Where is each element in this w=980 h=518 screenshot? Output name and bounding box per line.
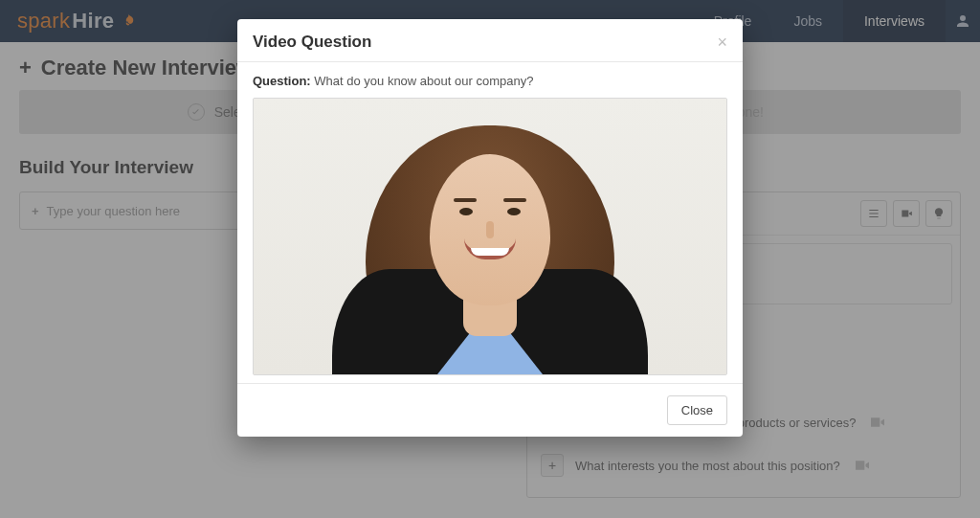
video-still: [254, 99, 726, 374]
modal-overlay[interactable]: Video Question × Question: What do you k…: [0, 0, 980, 518]
modal-question-label: Question:: [253, 74, 311, 88]
close-button[interactable]: Close: [667, 395, 727, 425]
modal-question-line: Question: What do you know about our com…: [253, 74, 727, 88]
modal-header: Video Question ×: [237, 19, 743, 61]
video-player[interactable]: [253, 98, 727, 375]
video-question-modal: Video Question × Question: What do you k…: [237, 19, 743, 437]
modal-body: Question: What do you know about our com…: [237, 62, 743, 383]
modal-footer: Close: [237, 383, 743, 437]
modal-title: Video Question: [253, 33, 371, 52]
modal-question-text: What do you know about our company?: [314, 74, 533, 88]
modal-close-x[interactable]: ×: [717, 34, 727, 51]
